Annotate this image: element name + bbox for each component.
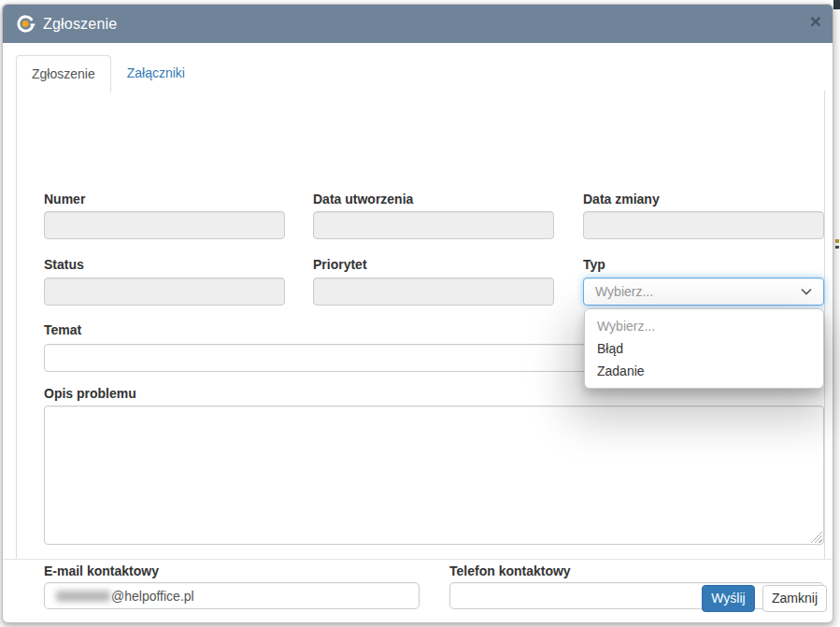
- tab-zgloszenie[interactable]: Zgłoszenie: [16, 55, 111, 93]
- priorytet-label: Priorytet: [313, 257, 554, 272]
- typ-dropdown-list: Wybierz... Błąd Zadanie: [584, 308, 824, 389]
- status-label: Status: [44, 257, 285, 272]
- opis-problemu-field[interactable]: [44, 406, 824, 545]
- numer-field: [44, 211, 285, 239]
- data-zmiany-label: Data zmiany: [583, 192, 824, 207]
- background-page-mark: [835, 239, 839, 243]
- typ-option-blad[interactable]: Błąd: [585, 337, 823, 360]
- typ-label: Typ: [583, 257, 824, 272]
- tab-bar: Zgłoszenie Załączniki: [16, 54, 823, 92]
- tab-zalaczniki[interactable]: Załączniki: [111, 54, 201, 92]
- zamknij-button[interactable]: Zamknij: [762, 585, 827, 612]
- chevron-down-icon: [801, 288, 812, 295]
- data-utworzenia-label: Data utworzenia: [313, 192, 554, 207]
- temat-label: Temat: [44, 322, 81, 337]
- numer-label: Numer: [44, 192, 285, 207]
- data-zmiany-field: [583, 211, 824, 239]
- app-logo-icon: [16, 14, 36, 34]
- background-page-header-fragment: [833, 0, 840, 9]
- zgloszenie-tab-panel: Numer Data utworzenia Data zmiany Status…: [16, 91, 825, 559]
- zgloszenie-dialog: Zgłoszenie × Zgłoszenie Załączniki Numer…: [2, 4, 833, 623]
- status-field: [44, 278, 285, 306]
- background-page-mark: [835, 246, 839, 249]
- opis-problemu-label: Opis problemu: [44, 386, 136, 401]
- dialog-header: Zgłoszenie ×: [3, 5, 833, 43]
- background-page-strip: [833, 0, 840, 627]
- dialog-title: Zgłoszenie: [43, 16, 117, 33]
- typ-option-zadanie[interactable]: Zadanie: [585, 360, 823, 382]
- priorytet-field: [313, 278, 554, 306]
- typ-select-value: Wybierz...: [595, 284, 801, 299]
- close-icon[interactable]: ×: [810, 11, 821, 31]
- typ-option-wybierz[interactable]: Wybierz...: [585, 315, 823, 337]
- typ-select[interactable]: Wybierz...: [583, 278, 824, 306]
- wyslij-button[interactable]: Wyślij: [702, 585, 755, 612]
- dialog-footer: Wyślij Zamknij: [3, 559, 833, 622]
- data-utworzenia-field: [313, 211, 554, 239]
